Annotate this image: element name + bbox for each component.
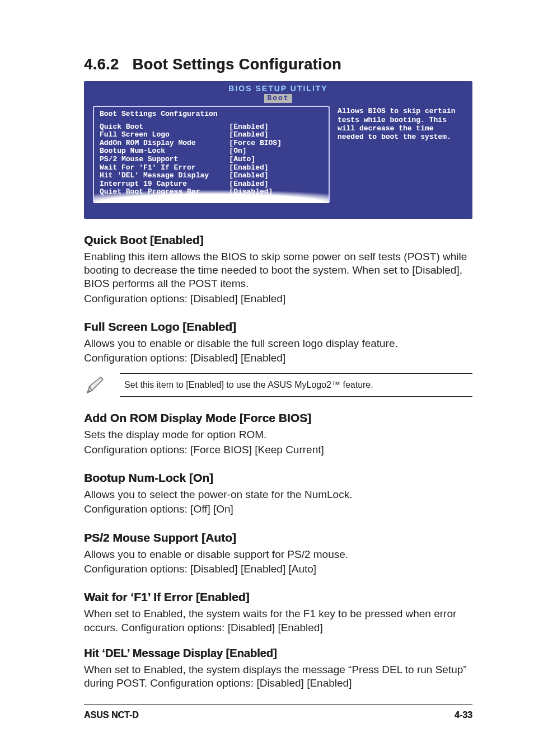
bios-row-label: Quick Boot [100, 123, 229, 132]
bios-settings-panel: Boot Settings Configuration Quick Boot [… [93, 106, 330, 203]
bios-row-label: PS/2 Mouse Support [100, 156, 229, 164]
bios-panel-title: Boot Settings Configuration [100, 110, 323, 119]
bios-active-tab: Boot [264, 94, 292, 104]
bios-help-panel: Allows BIOS to skip certain tests while … [338, 106, 463, 203]
bios-row-label: Full Screen Logo [100, 131, 229, 139]
item-heading-full-screen-logo: Full Screen Logo [Enabled] [84, 320, 472, 334]
bios-row-value: [Enabled] [229, 164, 323, 172]
bios-row-value: [Force BIOS] [229, 139, 323, 148]
bios-row-value: [Auto] [229, 156, 323, 164]
item-heading-hit-del: Hit ‘DEL’ Message Display [Enabled] [84, 647, 472, 660]
note-text: Set this item to [Enabled] to use the AS… [120, 373, 472, 397]
item-config-options: Configuration options: [Force BIOS] [Kee… [84, 443, 472, 457]
bios-row: Interrupt 19 Capture [Enabled] [100, 180, 323, 189]
bios-row-value: [On] [229, 147, 323, 156]
bios-row: PS/2 Mouse Support [Auto] [100, 156, 323, 164]
bios-row: Full Screen Logo [Enabled] [100, 131, 323, 139]
item-body: Sets the display mode for option ROM. [84, 428, 472, 442]
bios-row-label: Quiet Boot Progress Bar [100, 188, 229, 196]
bios-row: Wait For 'F1' If Error [Enabled] [100, 164, 323, 172]
item-body: Enabling this item allows the BIOS to sk… [84, 250, 472, 291]
bios-header-title: BIOS SETUP UTILITY [84, 84, 472, 93]
note-callout: Set this item to [Enabled] to use the AS… [84, 373, 472, 397]
bios-row-value: [Enabled] [229, 131, 323, 139]
footer-product: ASUS NCT-D [84, 710, 139, 720]
bios-row: Hit 'DEL' Message Display [Enabled] [100, 172, 323, 180]
item-body: When set to Enabled, the system displays… [84, 663, 472, 691]
item-config-options: Configuration options: [Disabled] [Enabl… [84, 562, 472, 576]
item-body: Allows you to select the power-on state … [84, 488, 472, 501]
bios-row-value: [Enabled] [229, 123, 323, 132]
bios-row-label: Hit 'DEL' Message Display [100, 172, 229, 180]
pencil-icon [84, 374, 106, 396]
bios-row: AddOn ROM Display Mode [Force BIOS] [100, 139, 323, 148]
item-body: Allows you to enable or disable the full… [84, 337, 472, 350]
item-heading-ps2-mouse: PS/2 Mouse Support [Auto] [84, 531, 472, 544]
bios-row-label: Interrupt 19 Capture [100, 180, 229, 189]
item-config-options: Configuration options: [Off] [On] [84, 503, 472, 516]
bios-row-value: [Enabled] [229, 180, 323, 189]
bios-row-label: Bootup Num-Lock [100, 147, 229, 156]
section-heading: 4.6.2 Boot Settings Configuration [84, 56, 472, 73]
item-config-options: Configuration options: [Disabled] [Enabl… [84, 351, 472, 365]
page-footer: ASUS NCT-D 4-33 [84, 704, 472, 720]
section-number: 4.6.2 [84, 56, 119, 73]
item-config-options: Configuration options: [Disabled] [Enabl… [84, 292, 472, 306]
bios-row-value: [Enabled] [229, 172, 323, 180]
bios-row: Quick Boot [Enabled] [100, 123, 323, 132]
bios-row: Quiet Boot Progress Bar [Disabled] [100, 188, 323, 196]
item-body: Allows you to enable or disable support … [84, 548, 472, 561]
bios-screenshot: BIOS SETUP UTILITY Boot Boot Settings Co… [84, 81, 472, 219]
bios-row-value: [Disabled] [229, 188, 323, 196]
bios-help-text: Allows BIOS to skip certain tests while … [338, 107, 456, 141]
bios-row-label: AddOn ROM Display Mode [100, 139, 229, 148]
bios-header: BIOS SETUP UTILITY Boot [84, 81, 472, 106]
item-body: When set to Enabled, the system waits fo… [84, 607, 472, 635]
item-heading-quick-boot: Quick Boot [Enabled] [84, 233, 472, 247]
footer-page-number: 4-33 [455, 710, 472, 720]
section-title-text: Boot Settings Configuration [133, 56, 341, 73]
item-heading-wait-f1: Wait for ‘F1’ If Error [Enabled] [84, 590, 472, 604]
bios-row: Bootup Num-Lock [On] [100, 147, 323, 156]
item-heading-numlock: Bootup Num-Lock [On] [84, 471, 472, 485]
bios-row-label: Wait For 'F1' If Error [100, 164, 229, 172]
item-heading-addon-rom: Add On ROM Display Mode [Force BIOS] [84, 411, 472, 425]
